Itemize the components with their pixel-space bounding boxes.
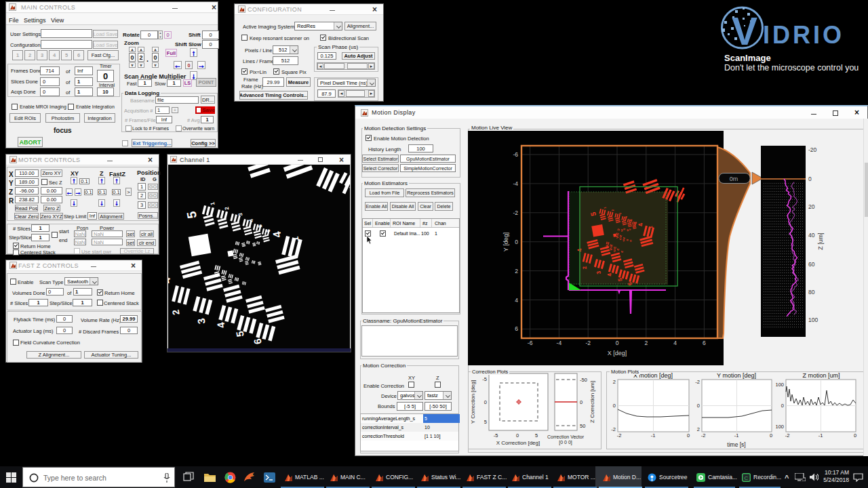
svg-text:40: 40 [808,232,815,239]
svg-text:-6: -6 [528,340,533,346]
svg-text:60: 60 [808,261,815,268]
svg-text:-2: -2 [611,426,616,432]
svg-text:0: 0 [613,403,616,409]
svg-text:Z motion [um]: Z motion [um] [802,372,840,379]
svg-text:6: 6 [515,325,518,332]
svg-text:-2: -2 [695,379,700,385]
svg-text:0: 0 [854,432,856,439]
svg-text:4: 4 [515,297,518,304]
svg-text:100: 100 [775,424,784,430]
svg-text:6: 6 [703,340,706,346]
svg-text:5: 5 [535,432,538,439]
svg-text:0: 0 [808,176,812,182]
svg-text:0: 0 [770,432,772,439]
svg-text:-2: -2 [617,432,622,439]
svg-text:-2: -2 [513,209,518,216]
svg-text:0: 0 [616,340,619,346]
svg-text:0: 0 [580,399,583,405]
svg-text:2: 2 [515,268,518,274]
svg-text:Z [um]: Z [um] [817,232,824,250]
svg-text:0: 0 [515,239,518,245]
svg-text:2: 2 [613,379,616,385]
svg-text:80: 80 [808,289,815,296]
svg-text:-1: -1 [734,432,739,439]
svg-text:-4: -4 [557,340,562,346]
svg-text:-50: -50 [580,377,587,383]
svg-text:0: 0 [484,399,487,405]
svg-text:0m: 0m [730,176,738,182]
svg-text:100: 100 [808,317,818,323]
svg-text:0: 0 [781,403,784,409]
svg-text:-2: -2 [785,432,790,439]
svg-text:-4: -4 [513,180,518,187]
svg-text:100: 100 [775,382,784,388]
svg-text:Y motion [deg]: Y motion [deg] [717,372,756,379]
svg-text:Z Correction [um]: Z Correction [um] [589,381,595,423]
svg-text:time [s]: time [s] [727,441,745,448]
svg-text:-1: -1 [818,432,823,439]
svg-text:Y [deg]: Y [deg] [502,232,509,251]
svg-text:C: C [745,475,749,481]
svg-text:-6: -6 [513,151,518,158]
svg-text:0: 0 [697,403,700,409]
svg-text:-20: -20 [808,146,817,153]
svg-text:X Correction [deg]: X Correction [deg] [496,440,540,446]
svg-text:20: 20 [808,203,815,210]
svg-text:-2: -2 [701,432,706,439]
svg-text:50: 50 [580,423,585,429]
svg-text:X [deg]: X [deg] [608,350,627,357]
svg-text:2: 2 [644,340,648,346]
svg-text:-2: -2 [585,340,591,346]
svg-text:-5: -5 [494,432,498,439]
svg-text:Correction Vector: Correction Vector [547,434,585,439]
svg-text:4: 4 [673,340,677,346]
svg-text:5: 5 [484,419,487,425]
svg-text:-5: -5 [482,376,487,382]
svg-text:IDRIO: IDRIO [763,21,844,49]
svg-text:-1: -1 [651,432,656,439]
svg-text:0: 0 [516,432,519,439]
svg-text:Y Correction [deg]: Y Correction [deg] [470,380,476,424]
svg-text:2: 2 [697,426,700,432]
svg-text:0: 0 [687,432,690,439]
svg-text:V: V [732,9,757,53]
svg-text:[0 0 0]: [0 0 0] [559,440,572,445]
